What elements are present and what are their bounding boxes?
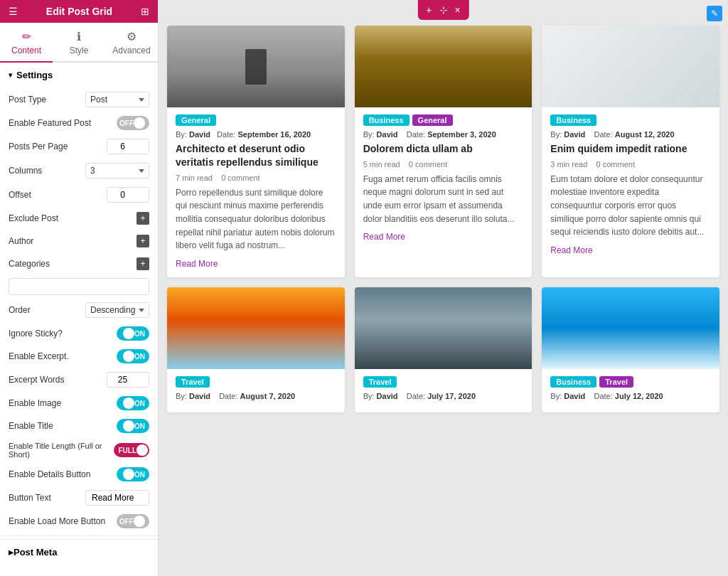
enable-image-toggle[interactable]: ON <box>117 396 149 410</box>
post-title-3: Enim quidem impedit ratione <box>550 142 711 156</box>
post-image-1 <box>167 26 345 107</box>
order-control: DescendingAscending <box>85 302 149 318</box>
post-title-1: Architecto et deserunt odio veritatis re… <box>176 142 336 169</box>
enable-title-toggle[interactable]: ON <box>117 419 149 433</box>
post-image-5 <box>355 287 532 369</box>
tags-row <box>0 275 158 298</box>
post-excerpt-2: Fuga amet rerum officia facilis omnis ne… <box>363 173 524 225</box>
canvas-edit-pencil-btn[interactable]: ✎ <box>707 6 722 21</box>
tab-advanced[interactable]: ⚙ Advanced <box>105 23 158 61</box>
post-card-body-2: Business General By: David Date: Septemb… <box>355 107 532 250</box>
ignore-sticky-row: Ignore Sticky? ON <box>0 322 158 345</box>
post-type-label: Post Type <box>9 95 85 105</box>
author-control: + <box>136 235 149 247</box>
exclude-post-add-btn[interactable]: + <box>136 212 149 225</box>
button-text-input[interactable] <box>85 490 149 506</box>
columns-select[interactable]: 1234 <box>85 163 149 178</box>
enable-image-control: ON <box>117 396 149 410</box>
excerpt-words-control <box>107 372 149 388</box>
post-meta-2: By: David Date: September 3, 2020 <box>363 130 524 139</box>
offset-control <box>107 187 149 203</box>
grid-icon[interactable]: ⊞ <box>141 6 149 17</box>
settings-section-header[interactable]: ▾ Settings <box>0 63 158 87</box>
columns-control: 1234 <box>85 163 149 178</box>
post-meta-4: By: David Date: August 7, 2020 <box>176 392 336 400</box>
post-meta-1: By: David Date: September 16, 2020 <box>176 130 336 139</box>
author-label: Author <box>9 236 136 246</box>
post-type-select[interactable]: PostPageCustom <box>85 92 149 107</box>
post-tags-4: Travel <box>176 376 336 388</box>
post-meta-chevron-icon: ▸ <box>9 547 14 558</box>
tag-travel-6: Travel <box>599 376 633 388</box>
tag-business-6: Business <box>550 376 596 388</box>
offset-input[interactable] <box>107 187 149 203</box>
enable-title-length-toggle[interactable]: FULL <box>114 443 149 457</box>
author-add-btn[interactable]: + <box>136 235 149 247</box>
tabs-bar: ✏ Content ℹ Style ⚙ Advanced <box>0 23 158 63</box>
categories-row: Categories + <box>0 252 158 275</box>
enable-title-row: Enable Title ON <box>0 415 158 437</box>
tags-input[interactable] <box>9 278 149 295</box>
post-meta-label: Post Meta <box>14 547 57 558</box>
panel-title: Edit Post Grid <box>46 6 112 17</box>
posts-per-page-input[interactable] <box>107 139 149 154</box>
enable-featured-post-toggle[interactable]: OFF <box>117 116 149 130</box>
enable-title-length-control: FULL <box>114 443 149 457</box>
columns-label: Columns <box>9 166 85 176</box>
post-stats-2: 5 min read 0 comment <box>363 160 524 169</box>
left-panel: ☰ Edit Post Grid ⊞ ✏ Content ℹ Style ⚙ A… <box>0 0 159 576</box>
post-meta-3: By: David Date: August 12, 2020 <box>550 130 711 139</box>
categories-add-btn[interactable]: + <box>136 257 149 270</box>
post-stats-1: 7 min read 0 comment <box>176 174 336 182</box>
enable-details-button-control: ON <box>117 467 149 481</box>
author-row: Author + <box>0 230 158 252</box>
exclude-post-label: Exclude Post <box>9 213 136 223</box>
canvas-move-btn[interactable]: ⊹ <box>437 3 451 17</box>
order-select[interactable]: DescendingAscending <box>85 302 149 318</box>
right-panel: + ⊹ × ✎ General By: David Date: Septembe… <box>159 0 728 576</box>
ignore-sticky-toggle[interactable]: ON <box>117 326 149 341</box>
style-tab-label: Style <box>70 46 89 55</box>
read-more-link-1[interactable]: Read More <box>176 259 218 269</box>
post-stats-3: 3 min read 0 comment <box>550 160 711 169</box>
enable-excerpt-row: Enable Excerpt. ON <box>0 345 158 368</box>
button-text-control <box>85 490 149 506</box>
post-image-6 <box>542 287 719 369</box>
tab-content[interactable]: ✏ Content <box>0 23 53 63</box>
enable-details-button-toggle[interactable]: ON <box>117 467 149 481</box>
post-card: General By: David Date: September 16, 20… <box>167 26 345 277</box>
enable-featured-post-control: OFF <box>117 116 149 130</box>
canvas-add-btn[interactable]: + <box>423 3 434 17</box>
posts-per-page-row: Posts Per Page <box>0 134 158 159</box>
tab-style[interactable]: ℹ Style <box>53 23 105 61</box>
post-card-body-3: Business By: David Date: August 12, 2020… <box>542 107 719 264</box>
enable-title-control: ON <box>117 419 149 433</box>
tag-travel-5: Travel <box>363 376 397 388</box>
post-tags-5: Travel <box>363 376 524 388</box>
excerpt-words-input[interactable] <box>107 372 149 388</box>
columns-row: Columns 1234 <box>0 159 158 183</box>
hamburger-icon[interactable]: ☰ <box>9 6 18 17</box>
tag-general: General <box>176 114 216 126</box>
advanced-tab-label: Advanced <box>112 46 150 55</box>
excerpt-words-row: Excerpt Words <box>0 368 158 392</box>
post-tags-1: General <box>176 114 336 126</box>
offset-row: Offset <box>0 183 158 207</box>
exclude-post-control: + <box>136 212 149 225</box>
advanced-tab-icon: ⚙ <box>127 30 136 43</box>
read-more-link-2[interactable]: Read More <box>363 232 405 242</box>
enable-load-more-toggle[interactable]: OFF <box>117 514 149 528</box>
enable-image-label: Enable Image <box>9 398 117 408</box>
button-text-row: Button Text <box>0 486 158 510</box>
enable-title-label: Enable Title <box>9 421 117 431</box>
content-tab-label: Content <box>11 46 41 55</box>
enable-excerpt-toggle[interactable]: ON <box>117 349 149 363</box>
post-type-control: PostPageCustom <box>85 92 149 107</box>
enable-title-length-row: Enable Title Length (Full or Short) FULL <box>0 437 158 463</box>
post-card-5: Travel By: David Date: July 17, 2020 <box>355 287 532 412</box>
post-card-body-6: Business Travel By: David Date: July 12,… <box>542 369 719 412</box>
post-tags-2: Business General <box>363 114 524 126</box>
post-meta-section-header[interactable]: ▸ Post Meta <box>0 539 158 565</box>
read-more-link-3[interactable]: Read More <box>550 245 592 255</box>
canvas-close-btn[interactable]: × <box>452 3 464 17</box>
